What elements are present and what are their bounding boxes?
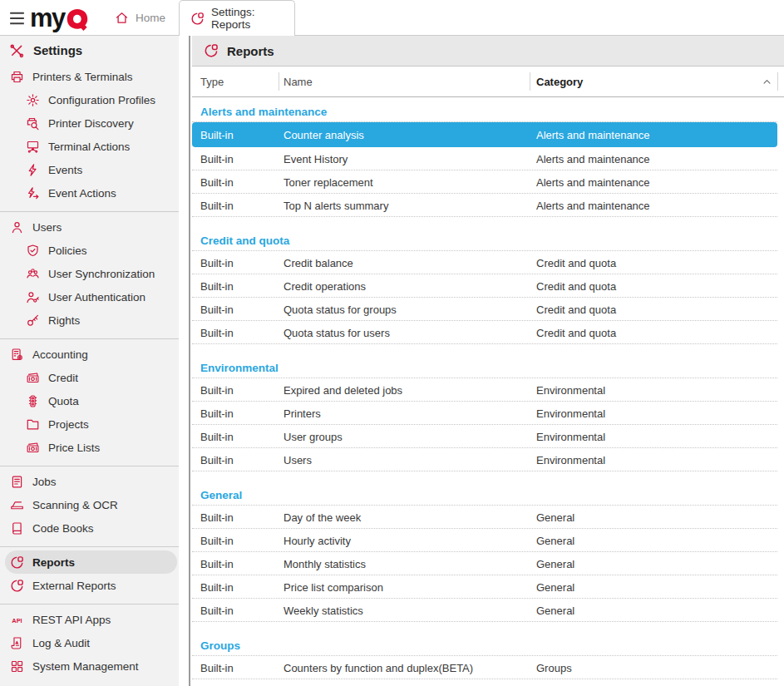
sidebar-item-rest-api-apps[interactable]: APIREST API Apps xyxy=(0,608,179,631)
table-row-counter-analysis[interactable]: Built-inCounter analysisAlerts and maint… xyxy=(192,122,777,147)
table-row-quota-status-for-users[interactable]: Built-inQuota status for usersCredit and… xyxy=(192,321,777,344)
tab-settings-reports-label: Settings: Reports xyxy=(211,6,294,31)
sidebar-item-code-books[interactable]: Code Books xyxy=(0,516,179,540)
sidebar-item-label: Scanning & OCR xyxy=(32,499,118,511)
user-icon xyxy=(10,220,24,234)
sidebar-item-event-actions[interactable]: Event Actions xyxy=(0,181,179,205)
sidebar-item-printers-terminals[interactable]: Printers & Terminals xyxy=(0,65,179,88)
sidebar-item-events[interactable]: Events xyxy=(0,158,179,181)
lightning-arrow-icon xyxy=(26,186,40,200)
report-group-groups: GroupsBuilt-inCounters by function and d… xyxy=(192,636,784,679)
sidebar-item-log-audit[interactable]: Log & Audit xyxy=(0,631,179,654)
cell-type: Built-in xyxy=(200,129,234,141)
sidebar-item-jobs[interactable]: Jobs xyxy=(0,470,179,493)
sidebar-item-user-synchronization[interactable]: User Synchronization xyxy=(0,262,179,285)
report-group-credit-and-quota: Credit and quotaBuilt-inCredit balanceCr… xyxy=(192,231,784,344)
table-row-counters-by-function-and-duplex-beta[interactable]: Built-inCounters by function and duplex(… xyxy=(192,656,777,679)
cell-name: Monthly statistics xyxy=(284,557,366,570)
table-row-price-list-comparison[interactable]: Built-inPrice list comparisonGeneral xyxy=(192,575,777,599)
sidebar-item-label: Printers & Terminals xyxy=(32,71,133,83)
sidebar-item-price-lists[interactable]: Price Lists xyxy=(0,436,179,459)
cell-name: Counters by function and duplex(BETA) xyxy=(284,661,473,674)
sidebar-item-projects[interactable]: Projects xyxy=(0,412,179,436)
sidebar-item-users[interactable]: Users xyxy=(0,215,179,239)
tab-home[interactable]: Home xyxy=(115,0,165,35)
terminal-icon xyxy=(26,140,40,154)
sidebar-item-accounting[interactable]: Accounting xyxy=(0,343,179,366)
table-row-user-groups[interactable]: Built-inUser groupsEnvironmental xyxy=(192,425,777,448)
sidebar-divider xyxy=(0,338,179,339)
group-header: Alerts and maintenance xyxy=(192,102,777,122)
table-row-users[interactable]: Built-inUsersEnvironmental xyxy=(192,448,777,471)
sidebar-item-policies[interactable]: Policies xyxy=(0,239,179,262)
sidebar-item-label: Configuration Profiles xyxy=(48,94,155,106)
tab-settings-reports[interactable]: Settings: Reports xyxy=(179,0,295,36)
sidebar-item-system-management[interactable]: System Management xyxy=(0,654,179,678)
sidebar-item-label: User Synchronization xyxy=(48,268,155,280)
document-icon xyxy=(10,475,24,489)
sidebar-item-reports[interactable]: Reports xyxy=(5,550,177,574)
cell-name: Weekly statistics xyxy=(284,604,363,616)
group-header: Groups xyxy=(192,636,777,656)
cell-category: General xyxy=(536,604,574,616)
sidebar-item-printer-discovery[interactable]: Printer Discovery xyxy=(0,111,179,135)
table-header: Type Name Category xyxy=(192,67,784,97)
sidebar-divider xyxy=(0,546,179,547)
cell-type: Built-in xyxy=(200,580,234,593)
column-header-category[interactable]: Category xyxy=(536,67,583,96)
sidebar-item-credit[interactable]: Credit xyxy=(0,366,179,389)
table-row-event-history[interactable]: Built-inEvent HistoryAlerts and maintena… xyxy=(192,147,777,170)
sidebar-item-external-reports[interactable]: External Reports xyxy=(0,574,179,597)
column-separator xyxy=(777,72,778,91)
report-group-environmental: EnvironmentalBuilt-inExpired and deleted… xyxy=(192,358,784,471)
cell-name: User groups xyxy=(284,430,343,442)
cell-name: Users xyxy=(284,453,312,466)
cell-category: Alerts and maintenance xyxy=(536,152,650,165)
sidebar-item-terminal-actions[interactable]: Terminal Actions xyxy=(0,135,179,158)
cell-type: Built-in xyxy=(200,175,234,188)
table-row-quota-status-for-groups[interactable]: Built-inQuota status for groupsCredit an… xyxy=(192,298,777,321)
table-row-monthly-statistics[interactable]: Built-inMonthly statisticsGeneral xyxy=(192,552,777,575)
cell-type: Built-in xyxy=(200,383,234,396)
myq-logo: my xyxy=(30,3,89,33)
column-header-type[interactable]: Type xyxy=(200,67,224,96)
cell-category: Credit and quota xyxy=(536,303,616,315)
svg-text:API: API xyxy=(12,616,22,624)
cell-type: Built-in xyxy=(200,199,234,211)
cell-category: Credit and quota xyxy=(536,326,616,338)
logo-text: my xyxy=(30,4,65,32)
table-row-expired-and-deleted-jobs[interactable]: Built-inExpired and deleted jobsEnvironm… xyxy=(192,378,777,402)
table-row-day-of-the-week[interactable]: Built-inDay of the weekGeneral xyxy=(192,506,777,529)
report-group-general: GeneralBuilt-inDay of the weekGeneralBui… xyxy=(192,486,784,622)
settings-tools-icon xyxy=(9,43,24,58)
cell-category: Credit and quota xyxy=(536,279,616,292)
sidebar-item-label: Reports xyxy=(32,556,75,569)
table-row-hourly-activity[interactable]: Built-inHourly activityGeneral xyxy=(192,529,777,552)
sidebar-divider xyxy=(0,604,179,605)
table-row-credit-operations[interactable]: Built-inCredit operationsCredit and quot… xyxy=(192,274,777,298)
sidebar-item-configuration-profiles[interactable]: Configuration Profiles xyxy=(0,88,179,111)
cell-category: Alerts and maintenance xyxy=(536,199,650,211)
sidebar-item-label: Credit xyxy=(48,372,78,384)
table-row-credit-balance[interactable]: Built-inCredit balanceCredit and quota xyxy=(192,251,777,274)
cell-category: Alerts and maintenance xyxy=(536,129,650,141)
table-row-top-n-alerts-summary[interactable]: Built-inTop N alerts summaryAlerts and m… xyxy=(192,194,777,217)
table-row-toner-replacement[interactable]: Built-inToner replacementAlerts and main… xyxy=(192,170,777,194)
column-header-name[interactable]: Name xyxy=(284,67,313,96)
sidebar-item-rights[interactable]: Rights xyxy=(0,308,179,332)
cell-name: Counter analysis xyxy=(284,129,364,141)
sidebar-item-quota[interactable]: Quota xyxy=(0,389,179,412)
user-key-icon xyxy=(26,290,40,304)
table-row-weekly-statistics[interactable]: Built-inWeekly statisticsGeneral xyxy=(192,599,777,622)
banknote-icon xyxy=(26,371,40,385)
sort-asc-icon[interactable] xyxy=(761,76,773,88)
table-row-printers[interactable]: Built-inPrintersEnvironmental xyxy=(192,402,777,425)
reports-pie-icon xyxy=(190,12,205,26)
cell-category: General xyxy=(536,534,574,546)
sidebar-item-scanning-ocr[interactable]: Scanning & OCR xyxy=(0,493,179,516)
sidebar-item-user-authentication[interactable]: User Authentication xyxy=(0,285,179,308)
hamburger-menu-icon[interactable] xyxy=(7,10,27,27)
sidebar-item-label: Event Actions xyxy=(48,187,116,200)
cell-type: Built-in xyxy=(200,279,234,292)
cell-name: Credit balance xyxy=(284,256,353,269)
